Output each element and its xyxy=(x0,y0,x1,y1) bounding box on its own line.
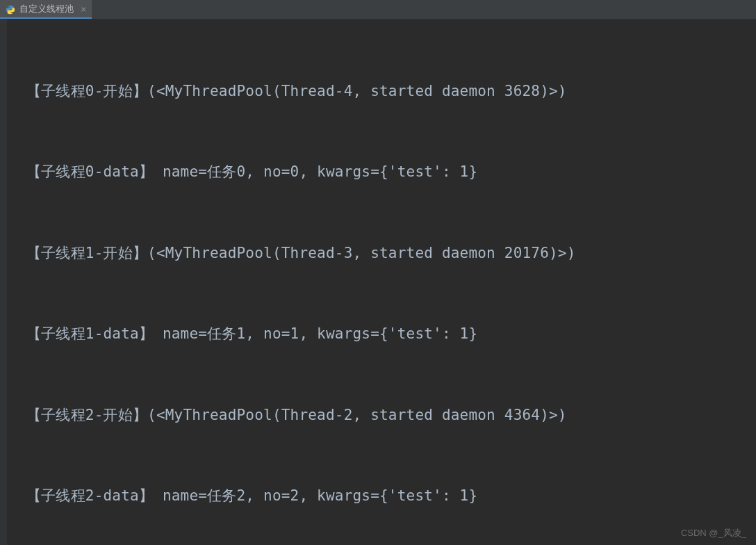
console-line: 【子线程0-data】 name=任务0, no=0, kwargs={'tes… xyxy=(26,158,756,186)
console-line: 【子线程2-开始】(<MyThreadPool(Thread-2, starte… xyxy=(26,402,756,429)
python-icon xyxy=(6,4,15,14)
gutter xyxy=(0,19,7,545)
console-line: 【子线程1-data】 name=任务1, no=1, kwargs={'tes… xyxy=(26,320,756,348)
console-line: 【子线程0-开始】(<MyThreadPool(Thread-4, starte… xyxy=(26,78,756,105)
console-line: 【子线程1-开始】(<MyThreadPool(Thread-3, starte… xyxy=(26,240,756,267)
tab-bar: 自定义线程池 × xyxy=(0,0,756,19)
console-line: 【子线程2-data】 name=任务2, no=2, kwargs={'tes… xyxy=(26,482,756,510)
tab-title: 自定义线程池 xyxy=(19,3,74,15)
watermark: CSDN @_风凌_ xyxy=(681,527,746,539)
tab-active[interactable]: 自定义线程池 × xyxy=(0,0,92,19)
console-output: 【子线程0-开始】(<MyThreadPool(Thread-4, starte… xyxy=(0,19,756,545)
close-icon[interactable]: × xyxy=(81,3,86,15)
